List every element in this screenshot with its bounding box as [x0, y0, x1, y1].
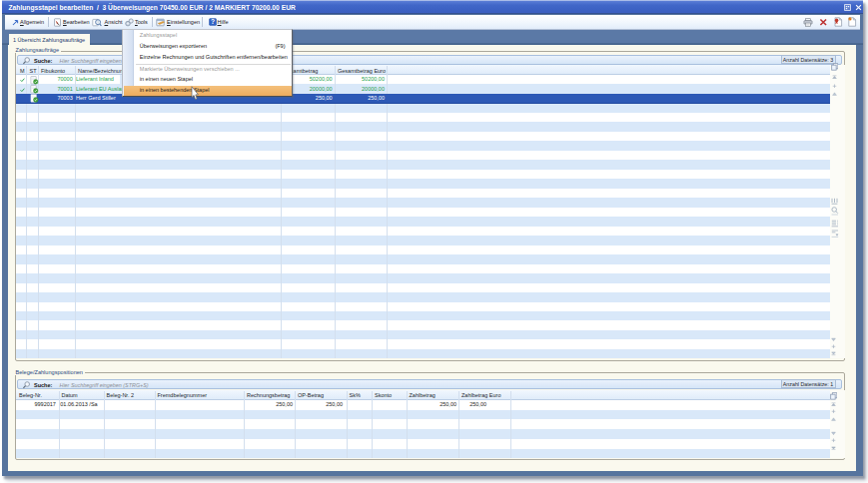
svg-text:?: ?	[210, 18, 214, 25]
